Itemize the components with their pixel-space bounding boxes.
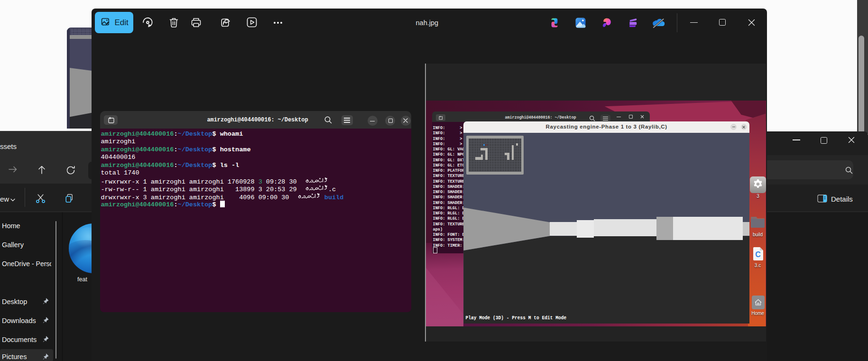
svg-text:C: C <box>755 250 761 259</box>
